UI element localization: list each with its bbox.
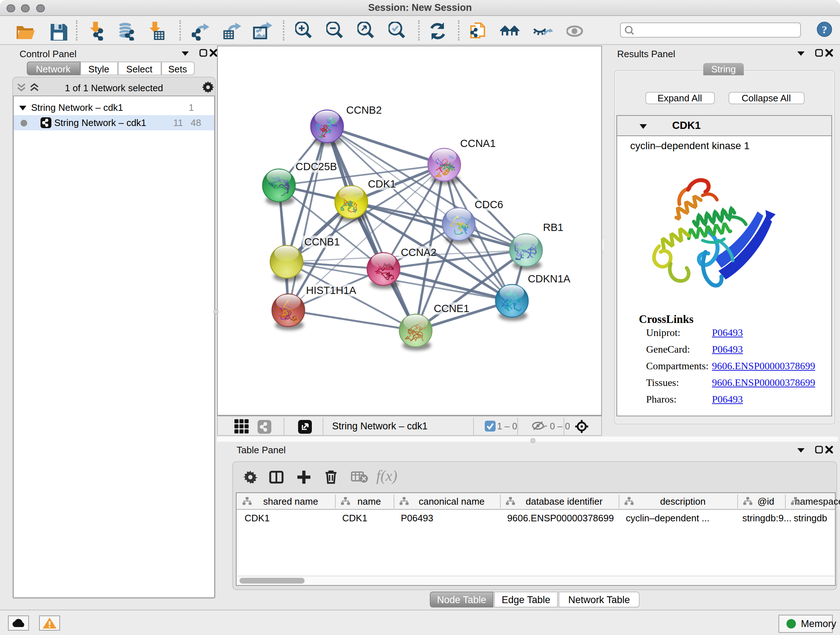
svg-text:HIST1H1A: HIST1H1A [306,285,356,296]
svg-text:CDC25B: CDC25B [295,161,337,172]
svg-text:CCNA2: CCNA2 [401,247,436,258]
svg-text:RB1: RB1 [543,222,563,233]
svg-text:CCNE1: CCNE1 [434,302,469,314]
svg-text:CDKN1A: CDKN1A [528,273,570,285]
svg-text:CCNB2: CCNB2 [346,104,382,116]
svg-text:CDC6: CDC6 [475,199,503,211]
svg-text:CDK1: CDK1 [368,178,396,190]
svg-text:CCNA1: CCNA1 [460,138,496,149]
svg-text:CCNB1: CCNB1 [304,236,340,248]
svg-text:?: ? [822,24,827,35]
